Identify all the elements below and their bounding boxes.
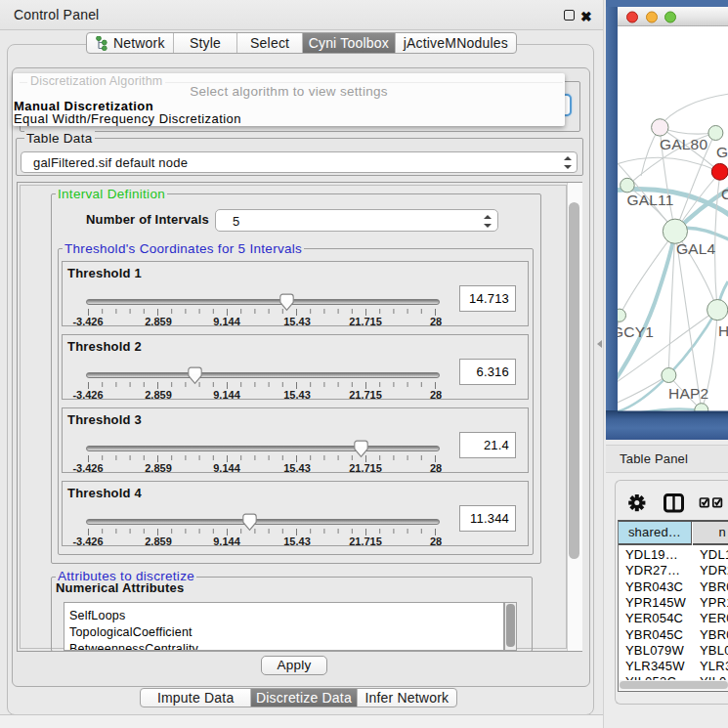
svg-text:GAL4: GAL4 (676, 240, 716, 257)
svg-text:GA: GA (716, 144, 728, 160)
svg-text:GAL11: GAL11 (627, 192, 674, 208)
svg-text:C: C (721, 186, 728, 202)
svg-text:GAL80: GAL80 (660, 136, 707, 152)
svg-text:H: H (718, 322, 728, 339)
svg-text:GCY1: GCY1 (612, 323, 654, 340)
svg-text:HAP2: HAP2 (668, 385, 708, 402)
